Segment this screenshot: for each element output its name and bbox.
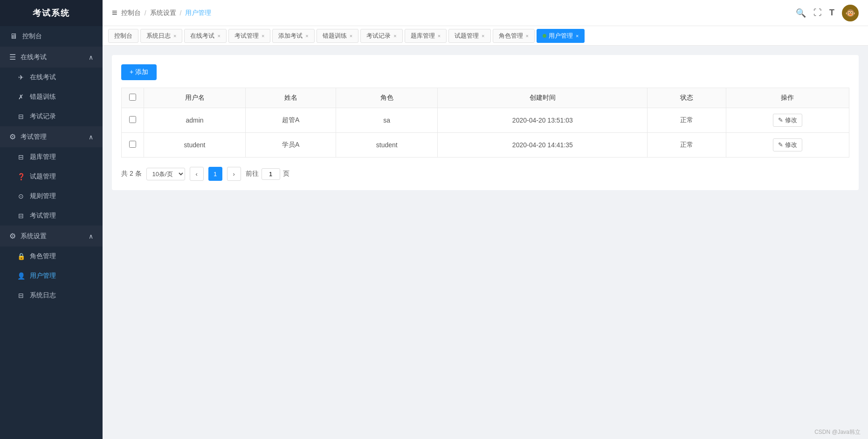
footer: CSDN @Java韩立 [103, 425, 868, 439]
add-button[interactable]: + 添加 [121, 64, 157, 80]
tab-user-manage-close[interactable]: × [576, 33, 579, 39]
online-exam-group-icon: ☰ [9, 53, 16, 62]
prev-page-button[interactable]: ‹ [190, 167, 204, 181]
sidebar-item-exam-manage[interactable]: ⊟ 考试管理 [0, 206, 103, 226]
sidebar-online-exam-label: 在线考试 [30, 73, 56, 82]
dashboard-icon: 🖥 [9, 32, 18, 41]
tab-exam-record-close[interactable]: × [393, 33, 396, 39]
tab-question-bank[interactable]: 题库管理 × [405, 29, 447, 43]
exam-record-icon: ⊟ [17, 113, 25, 120]
tab-wrong-practice-close[interactable]: × [350, 33, 352, 39]
sidebar-exam-manage-label: 考试管理 [30, 212, 56, 220]
row-username-0: admin [144, 108, 246, 133]
sidebar-item-question-manage[interactable]: ❓ 试题管理 [0, 167, 103, 186]
sidebar-user-manage-label: 用户管理 [30, 272, 56, 280]
user-table: 用户名 姓名 角色 创建时间 状态 操作 admin 超管A sa 2020-0… [121, 88, 849, 158]
sidebar-question-bank-label: 题库管理 [30, 153, 56, 161]
page-goto: 前往 页 [246, 168, 289, 180]
sidebar-question-manage-label: 试题管理 [30, 172, 56, 181]
sidebar-item-wrong-practice[interactable]: ✗ 错题训练 [0, 87, 103, 107]
tab-dashboard[interactable]: 控制台 [108, 29, 138, 43]
tab-role-manage[interactable]: 角色管理 × [493, 29, 535, 43]
system-log-icon: ⊟ [17, 292, 25, 299]
sidebar-item-user-manage[interactable]: 👤 用户管理 [0, 266, 103, 286]
table-row: admin 超管A sa 2020-04-20 13:51:03 正常 ✎ 修改 [122, 108, 849, 133]
search-icon[interactable]: 🔍 [796, 8, 806, 18]
sidebar-item-role-manage[interactable]: 🔒 角色管理 [0, 247, 103, 266]
hamburger-icon[interactable]: ≡ [112, 7, 117, 18]
page-size-select[interactable]: 10条/页 20条/页 50条/页 [146, 168, 185, 180]
page-1-button[interactable]: 1 [208, 167, 222, 181]
select-all-checkbox[interactable] [129, 94, 136, 101]
pagination-total: 共 2 条 [121, 170, 142, 178]
tab-user-manage[interactable]: 用户管理 × [537, 29, 585, 43]
sidebar-item-rule-manage[interactable]: ⊙ 规则管理 [0, 186, 103, 206]
table-header-username: 用户名 [144, 88, 246, 108]
breadcrumb-user-manage: 用户管理 [185, 9, 211, 17]
topbar: ≡ 控制台 / 系统设置 / 用户管理 🔍 ⛶ T 🐵 [103, 0, 868, 26]
row-status-0: 正常 [648, 108, 726, 133]
tab-wrong-practice[interactable]: 错题训练 × [317, 29, 358, 43]
tab-question-manage-close[interactable]: × [482, 33, 484, 39]
sidebar-item-system-log[interactable]: ⊟ 系统日志 [0, 286, 103, 305]
table-header-status: 状态 [648, 88, 726, 108]
chevron-down-icon: ∧ [89, 54, 93, 61]
tab-exam-manage[interactable]: 考试管理 × [228, 29, 270, 43]
edit-button-0[interactable]: ✎ 修改 [773, 114, 802, 127]
topbar-left: ≡ 控制台 / 系统设置 / 用户管理 [112, 7, 211, 18]
tabbar: 控制台 系统日志 × 在线考试 × 考试管理 × 添加考试 × 错题训练 × 考… [103, 26, 868, 46]
tab-online-exam-close[interactable]: × [217, 33, 220, 39]
breadcrumb-dashboard[interactable]: 控制台 [121, 9, 141, 17]
expand-icon[interactable]: ⛶ [813, 8, 822, 18]
tab-exam-manage-close[interactable]: × [262, 33, 264, 39]
footer-text: CSDN @Java韩立 [814, 429, 861, 435]
sidebar-item-exam-record[interactable]: ⊟ 考试记录 [0, 107, 103, 126]
row-checkbox-1[interactable] [129, 141, 136, 148]
row-action-1: ✎ 修改 [726, 133, 849, 158]
tab-role-manage-close[interactable]: × [526, 33, 529, 39]
tab-online-exam[interactable]: 在线考试 × [184, 29, 226, 43]
chevron-down-icon-3: ∧ [89, 233, 93, 240]
sidebar-logo: 考试系统 [0, 0, 103, 26]
tab-system-log[interactable]: 系统日志 × [140, 29, 182, 43]
sidebar: 考试系统 🖥 控制台 ☰ 在线考试 ∧ ✈ 在线考试 ✗ 错题训练 ⊟ 考试记录… [0, 0, 103, 439]
row-username-1: student [144, 133, 246, 158]
tab-question-manage[interactable]: 试题管理 × [448, 29, 490, 43]
sidebar-section-system-settings[interactable]: ⚙ 系统设置 ∧ [0, 226, 103, 247]
online-exam-icon: ✈ [17, 74, 25, 81]
sidebar-exam-manage-group-label: 考试管理 [21, 133, 89, 141]
sidebar-section-online-exam[interactable]: ☰ 在线考试 ∧ [0, 47, 103, 68]
tab-add-exam[interactable]: 添加考试 × [272, 29, 314, 43]
main-content: ≡ 控制台 / 系统设置 / 用户管理 🔍 ⛶ T 🐵 控制台 系统日志 × 在… [103, 0, 868, 439]
table-header-created: 创建时间 [438, 88, 648, 108]
breadcrumb-system-settings[interactable]: 系统设置 [150, 9, 176, 17]
sidebar-system-log-label: 系统日志 [30, 291, 56, 300]
sidebar-role-manage-label: 角色管理 [30, 252, 56, 261]
tab-system-log-close[interactable]: × [173, 33, 176, 39]
sidebar-item-dashboard[interactable]: 🖥 控制台 [0, 26, 103, 47]
tab-system-log-label: 系统日志 [146, 32, 171, 40]
tab-exam-record[interactable]: 考试记录 × [360, 29, 402, 43]
tab-question-bank-label: 题库管理 [411, 32, 435, 40]
sidebar-item-question-bank[interactable]: ⊟ 题库管理 [0, 147, 103, 167]
exam-manage-group-icon: ⚙ [9, 132, 16, 141]
role-manage-icon: 🔒 [17, 253, 25, 260]
goto-input[interactable] [262, 168, 280, 180]
edit-button-1[interactable]: ✎ 修改 [773, 138, 802, 151]
avatar[interactable]: 🐵 [842, 5, 859, 21]
tab-add-exam-close[interactable]: × [305, 33, 308, 39]
row-checkbox-cell [122, 133, 144, 158]
tab-question-bank-close[interactable]: × [438, 33, 441, 39]
sidebar-section-exam-manage[interactable]: ⚙ 考试管理 ∧ [0, 126, 103, 147]
sidebar-item-online-exam[interactable]: ✈ 在线考试 [0, 68, 103, 87]
font-size-icon[interactable]: T [829, 8, 834, 18]
row-role-0: sa [336, 108, 438, 133]
question-bank-icon: ⊟ [17, 153, 25, 161]
tab-active-dot [543, 34, 546, 38]
row-checkbox-0[interactable] [129, 116, 136, 123]
breadcrumb-sep-1: / [145, 9, 146, 17]
sidebar-wrong-practice-label: 错题训练 [30, 93, 56, 101]
content-area: + 添加 用户名 姓名 角色 创建时间 状态 操作 [103, 46, 868, 425]
next-page-button[interactable]: › [227, 167, 241, 181]
table-header-checkbox [122, 88, 144, 108]
